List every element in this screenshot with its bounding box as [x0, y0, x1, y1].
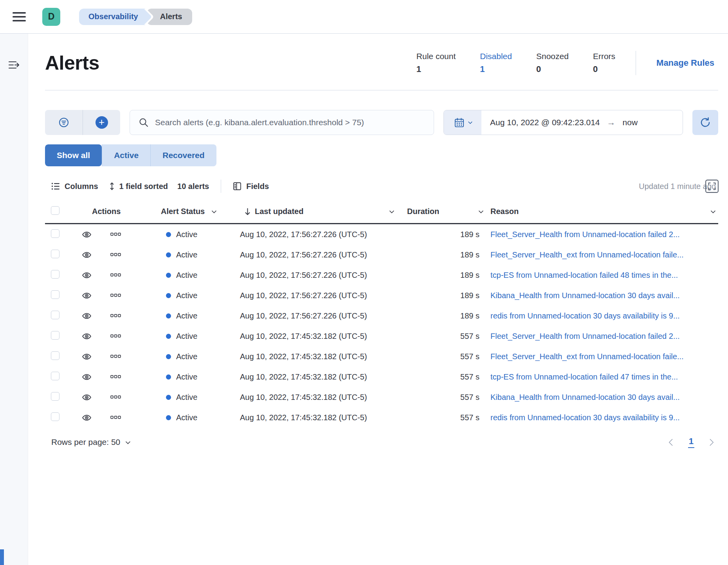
top-navigation-bar: D Observability Alerts [0, 0, 728, 34]
fields-button[interactable]: Fields [233, 182, 269, 191]
fullscreen-icon[interactable] [705, 179, 719, 193]
view-alert-eye-icon[interactable] [82, 392, 92, 402]
row-checkbox[interactable] [51, 250, 59, 258]
search-icon [139, 117, 149, 128]
header-divider [636, 51, 636, 75]
last-updated-cell: Aug 10, 2022, 17:56:27.226 (UTC-5) [231, 230, 395, 239]
more-actions-icon[interactable] [110, 375, 121, 379]
rows-per-page-button[interactable]: Rows per page: 50 [51, 437, 129, 447]
more-actions-icon[interactable] [110, 416, 121, 419]
reason-link[interactable]: Fleet_Server_Health from Unnamed-locatio… [490, 230, 718, 239]
stat-snoozed: Snoozed 0 [536, 52, 569, 74]
view-alert-eye-icon[interactable] [82, 291, 92, 300]
date-range-start[interactable]: Aug 10, 2022 @ 09:42:23.014 [490, 118, 600, 127]
more-actions-icon[interactable] [110, 354, 121, 358]
alerts-table-body: Active Aug 10, 2022, 17:56:27.226 (UTC-5… [45, 224, 718, 428]
columns-button[interactable]: Columns [51, 182, 98, 191]
active-status-dot [166, 252, 171, 257]
chevron-down-icon[interactable] [479, 209, 484, 214]
duration-cell: 557 s [395, 352, 485, 361]
stat-disabled[interactable]: Disabled 1 [480, 52, 512, 74]
refresh-icon[interactable] [692, 110, 718, 135]
status-filter-group: Show all Active Recovered [45, 144, 216, 166]
page-number[interactable]: 1 [688, 436, 694, 448]
row-checkbox[interactable] [51, 229, 59, 238]
row-checkbox[interactable] [51, 290, 59, 299]
search-input[interactable] [155, 118, 425, 127]
view-alert-eye-icon[interactable] [82, 331, 92, 341]
list-icon [51, 182, 60, 190]
view-alert-eye-icon[interactable] [82, 311, 92, 321]
chevron-down-icon[interactable] [212, 209, 217, 214]
next-page-icon[interactable] [706, 439, 714, 446]
saved-queries-icon[interactable] [45, 110, 83, 135]
reason-link[interactable]: tcp-ES from Unnamed-location failed 47 t… [490, 372, 718, 381]
alert-status-text: Active [176, 352, 197, 361]
more-actions-icon[interactable] [110, 253, 121, 257]
row-checkbox[interactable] [51, 311, 59, 319]
header-reason[interactable]: Reason [485, 207, 718, 216]
view-alert-eye-icon[interactable] [82, 372, 92, 382]
filter-active[interactable]: Active [102, 144, 150, 166]
last-updated-cell: Aug 10, 2022, 17:56:27.226 (UTC-5) [231, 291, 395, 300]
row-checkbox[interactable] [51, 412, 59, 421]
last-updated-cell: Aug 10, 2022, 17:56:27.226 (UTC-5) [231, 271, 395, 280]
breadcrumb-observability[interactable]: Observability [79, 9, 145, 25]
table-row: Active Aug 10, 2022, 17:56:27.226 (UTC-5… [45, 306, 718, 326]
plus-circle-icon: + [96, 116, 108, 129]
reason-link[interactable]: Fleet_Server_Health_ext from Unnamed-loc… [490, 250, 718, 259]
more-actions-icon[interactable] [110, 334, 121, 338]
filter-recovered[interactable]: Recovered [150, 144, 216, 166]
view-alert-eye-icon[interactable] [82, 250, 92, 260]
row-checkbox[interactable] [51, 270, 59, 279]
duration-cell: 557 s [395, 372, 485, 381]
chevron-down-icon[interactable] [389, 209, 395, 214]
expand-sidebar-icon[interactable] [8, 60, 20, 72]
duration-cell: 557 s [395, 393, 485, 402]
table-row: Active Aug 10, 2022, 17:45:32.182 (UTC-5… [45, 367, 718, 387]
duration-cell: 189 s [395, 230, 485, 239]
more-actions-icon[interactable] [110, 314, 121, 318]
reason-link[interactable]: tcp-ES from Unnamed-location failed 48 t… [490, 271, 718, 280]
view-alert-eye-icon[interactable] [82, 413, 92, 423]
manage-rules-link[interactable]: Manage Rules [656, 58, 714, 68]
last-updated-cell: Aug 10, 2022, 17:45:32.182 (UTC-5) [231, 332, 395, 341]
reason-link[interactable]: Fleet_Server_Health from Unnamed-locatio… [490, 332, 718, 341]
last-updated-cell: Aug 10, 2022, 17:45:32.182 (UTC-5) [231, 413, 395, 422]
add-filter-icon[interactable]: + [83, 110, 120, 135]
header-last-updated[interactable]: Last updated [231, 207, 395, 216]
page-title: Alerts [45, 52, 99, 74]
reason-link[interactable]: Fleet_Server_Health_ext from Unnamed-loc… [490, 352, 718, 361]
previous-page-icon[interactable] [669, 439, 676, 446]
filter-show-all[interactable]: Show all [45, 144, 102, 166]
avatar[interactable]: D [42, 8, 60, 26]
more-actions-icon[interactable] [110, 293, 121, 297]
row-checkbox[interactable] [51, 351, 59, 360]
table-row: Active Aug 10, 2022, 17:45:32.182 (UTC-5… [45, 407, 718, 428]
more-actions-icon[interactable] [110, 273, 121, 277]
header-duration[interactable]: Duration [395, 207, 485, 216]
view-alert-eye-icon[interactable] [82, 270, 92, 280]
select-all-checkbox[interactable] [51, 206, 59, 215]
row-checkbox[interactable] [51, 392, 59, 401]
reason-link[interactable]: Kibana_Health from Unnamed-location 30 d… [490, 393, 718, 402]
more-actions-icon[interactable] [110, 395, 121, 399]
view-alert-eye-icon[interactable] [82, 230, 92, 239]
last-updated-cell: Aug 10, 2022, 17:45:32.182 (UTC-5) [231, 393, 395, 402]
reason-link[interactable]: redis from Unnamed-location 30 days avai… [490, 413, 718, 422]
chevron-down-icon[interactable] [711, 209, 716, 214]
row-checkbox[interactable] [51, 372, 59, 380]
left-edge-scrollbar[interactable] [0, 549, 4, 565]
more-actions-icon[interactable] [110, 232, 121, 236]
last-updated-cell: Aug 10, 2022, 17:45:32.182 (UTC-5) [231, 352, 395, 361]
view-alert-eye-icon[interactable] [82, 352, 92, 362]
row-checkbox[interactable] [51, 331, 59, 340]
sort-fields-button[interactable]: 1 field sorted [109, 182, 168, 191]
search-alerts-field[interactable] [130, 110, 434, 135]
menu-icon[interactable] [13, 11, 26, 22]
date-range-end[interactable]: now [623, 118, 638, 127]
calendar-dropdown-button[interactable] [444, 110, 481, 135]
reason-link[interactable]: Kibana_Health from Unnamed-location 30 d… [490, 291, 718, 300]
header-alert-status[interactable]: Alert Status [133, 207, 231, 216]
reason-link[interactable]: redis from Unnamed-location 30 days avai… [490, 311, 718, 320]
